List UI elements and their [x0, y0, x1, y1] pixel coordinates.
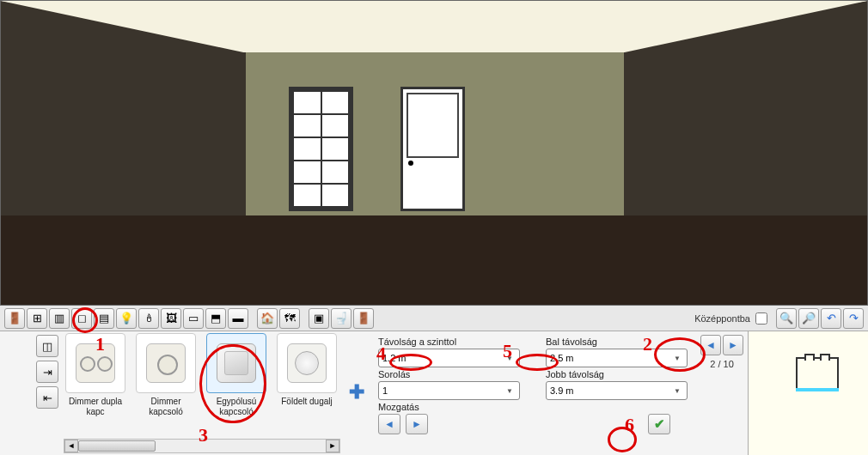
move-label: Mozgatás [378, 402, 428, 412]
lower-panel: ◫ ⇥ ⇤ Dimmer dupla kapc Dimmer kapcsoló … [0, 331, 868, 455]
undo-button[interactable]: ↶ [821, 308, 841, 329]
catalog-scrollbar[interactable]: ◄ ► [64, 439, 340, 453]
dist-level-input[interactable]: ▼ [378, 349, 520, 367]
array-field[interactable] [382, 385, 504, 396]
side-button-3[interactable]: ⇤ [36, 386, 58, 409]
floorplan-outline [796, 357, 839, 391]
map-tool-button[interactable]: 🗺 [279, 308, 300, 329]
ceiling-lamp-button[interactable]: 💡 [116, 308, 137, 329]
wardrobe-tool-button[interactable]: 🚪 [353, 308, 374, 329]
interior-door-2 [400, 87, 465, 211]
catalog-item-label: Dimmer dupla kapc [64, 397, 127, 419]
column-tool-button[interactable]: ▥ [49, 308, 70, 329]
side-button-2[interactable]: ⇥ [36, 361, 58, 383]
right-dist-field[interactable] [550, 385, 671, 396]
side-tool-column: ◫ ⇥ ⇤ [34, 331, 60, 455]
interior-door-1 [289, 87, 353, 211]
3d-viewport[interactable] [0, 0, 868, 306]
catalog-item-label: Dimmer kapcsoló [134, 397, 198, 419]
catalog-item-label: Földelt dugalj [275, 397, 339, 419]
add-column: ✚ [344, 331, 370, 455]
chevron-down-icon[interactable]: ▼ [504, 387, 516, 395]
redo-button[interactable]: ↷ [843, 308, 864, 329]
scroll-left-button[interactable]: ◄ [64, 440, 78, 452]
chevron-down-icon[interactable]: ▼ [671, 387, 683, 395]
confirm-button[interactable]: ✔ [648, 414, 670, 434]
prev-wall-button[interactable]: ◄ [700, 335, 721, 355]
side-button-1[interactable]: ◫ [36, 335, 58, 357]
catalog-item-label: Egypólusú kapcsoló [205, 397, 268, 419]
add-item-button[interactable]: ✚ [346, 383, 367, 403]
catalog-item-dimmer-double[interactable]: Dimmer dupla kapc [64, 333, 127, 436]
array-input[interactable]: ▼ [378, 381, 520, 400]
zoom-out-button[interactable]: 🔎 [798, 308, 819, 329]
room-floor [1, 211, 867, 306]
properties-panel: Távolság a szinttol ▼ Bal távolság ▼ Sor… [370, 331, 696, 455]
chevron-down-icon[interactable]: ▼ [671, 355, 683, 362]
door-tool-button[interactable]: 🚪 [4, 308, 25, 329]
catalog-items: Dimmer dupla kapc Dimmer kapcsoló Egypól… [64, 333, 340, 436]
floor-lamp-button[interactable]: 🕯 [138, 308, 159, 329]
catalog-item-dimmer-single[interactable]: Dimmer kapcsoló [134, 333, 198, 436]
stove-tool-button[interactable]: ▣ [309, 308, 329, 329]
slab-tool-button[interactable]: ▬ [228, 308, 248, 329]
toilet-tool-button[interactable]: 🚽 [331, 308, 351, 329]
left-dist-input[interactable]: ▼ [546, 349, 688, 367]
roof-tool-button[interactable]: ⬒ [205, 308, 226, 329]
catalog-item-socket[interactable]: Földelt dugalj [275, 333, 339, 436]
catalog-panel: Dimmer dupla kapc Dimmer kapcsoló Egypól… [60, 331, 344, 455]
move-right-button[interactable]: ► [406, 414, 428, 434]
dist-level-field[interactable] [382, 353, 504, 363]
wall-counter: 2 / 10 [700, 359, 744, 369]
carpet-tool-button[interactable]: ▭ [183, 308, 204, 329]
left-dist-field[interactable] [550, 353, 671, 363]
minimap[interactable] [748, 331, 868, 455]
dist-level-label: Távolság a szinttol [378, 337, 520, 347]
chevron-down-icon[interactable]: ▼ [504, 355, 516, 362]
center-checkbox[interactable] [755, 312, 767, 325]
window-tool-button[interactable]: ⊞ [27, 308, 47, 329]
wall-navigator: ◄ ► 2 / 10 [696, 331, 748, 455]
catalog-item-single-pole[interactable]: Egypólusú kapcsoló [205, 333, 268, 436]
right-dist-input[interactable]: ▼ [546, 381, 688, 400]
array-label: Sorolás [378, 369, 520, 379]
toolbar: 🚪 ⊞ ▥ ◻ ▤ 💡 🕯 🖼 ▭ ⬒ ▬ 🏠 🗺 ▣ 🚽 🚪 Középpon… [0, 306, 868, 331]
scroll-thumb[interactable] [78, 440, 156, 452]
active-wall-highlight [796, 388, 839, 391]
right-dist-label: Jobb távolság [546, 369, 688, 379]
picture-tool-button[interactable]: 🖼 [161, 308, 181, 329]
center-checkbox-label: Középpontba [694, 313, 750, 324]
switch-tool-button[interactable]: ◻ [71, 308, 92, 329]
zoom-in-button[interactable]: 🔍 [776, 308, 797, 329]
building-tool-button[interactable]: 🏠 [257, 308, 278, 329]
next-wall-button[interactable]: ► [723, 335, 743, 355]
move-left-button[interactable]: ◄ [378, 414, 400, 434]
scroll-right-button[interactable]: ► [326, 440, 339, 452]
left-dist-label: Bal távolság [546, 337, 688, 347]
radiator-tool-button[interactable]: ▤ [94, 308, 114, 329]
